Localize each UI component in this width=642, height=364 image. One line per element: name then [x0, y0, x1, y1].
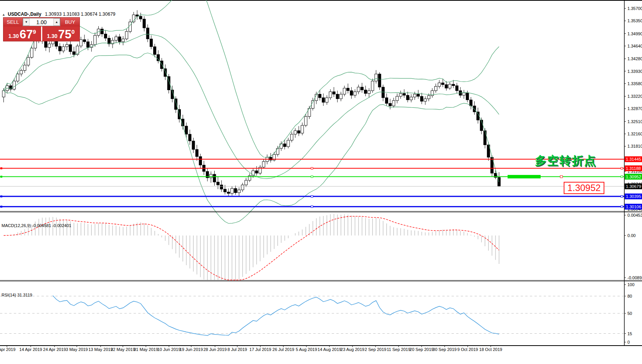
- volume-decrease-button[interactable]: ▼: [23, 18, 30, 26]
- svg-text:1.33220: 1.33220: [627, 94, 642, 99]
- svg-text:80: 80: [627, 294, 632, 298]
- svg-text:19 Jun 2019: 19 Jun 2019: [180, 347, 203, 352]
- sell-button[interactable]: SELL: [3, 18, 22, 26]
- svg-text:1.31810: 1.31810: [627, 144, 642, 148]
- svg-text:1.34280: 1.34280: [627, 56, 642, 61]
- rsi-indicator-label: RSI(14) 31.3119: [2, 293, 32, 297]
- volume-stepper: ▼ 1.00 ▲: [23, 18, 60, 26]
- sell-price[interactable]: 1.30679: [3, 26, 41, 41]
- svg-text:15: 15: [627, 331, 632, 336]
- svg-text:30 Sep 2019: 30 Sep 2019: [433, 347, 457, 352]
- svg-text:9 Oct 2019: 9 Oct 2019: [457, 347, 478, 352]
- svg-text:1.34990: 1.34990: [627, 31, 642, 36]
- svg-text:20 Sep 2019: 20 Sep 2019: [410, 347, 434, 352]
- svg-text:3 May 2019: 3 May 2019: [66, 347, 88, 352]
- svg-text:-0.008928: -0.008928: [627, 275, 642, 280]
- volume-increase-button[interactable]: ▲: [53, 18, 60, 26]
- svg-text:8 Jul 2019: 8 Jul 2019: [228, 347, 247, 352]
- collapse-triangle-icon[interactable]: ▲: [2, 13, 5, 16]
- svg-text:22 May 2019: 22 May 2019: [111, 347, 135, 352]
- svg-text:14 Apr 2019: 14 Apr 2019: [19, 347, 42, 352]
- svg-text:31 May 2019: 31 May 2019: [134, 347, 158, 352]
- mt4-window: 新订单 自动交易 ▼ ▼ ▼ | — / E F A T ▼: [0, 0, 642, 364]
- svg-text:14 Aug 2019: 14 Aug 2019: [318, 347, 341, 352]
- buy-button[interactable]: BUY: [61, 18, 79, 26]
- svg-text:0: 0: [627, 340, 630, 344]
- symbol-period-label: USDCAD-,Daily: [8, 12, 41, 17]
- chart-canvas[interactable]: 1.357001.353501.349901.346401.342801.339…: [0, 0, 642, 354]
- price-label-box[interactable]: 1.30952: [564, 182, 604, 194]
- svg-text:11 Sep 2019: 11 Sep 2019: [387, 347, 410, 352]
- svg-text:50: 50: [627, 311, 632, 316]
- svg-text:1.32510: 1.32510: [627, 119, 642, 124]
- volume-value[interactable]: 1.00: [30, 18, 53, 26]
- svg-text:1.32870: 1.32870: [627, 106, 642, 111]
- svg-text:1.33930: 1.33930: [627, 69, 642, 74]
- svg-text:1.32160: 1.32160: [627, 132, 642, 136]
- ohlc-values: 1.30933 1.31083 1.30674 1.30679: [45, 12, 116, 17]
- svg-text:1.30395: 1.30395: [626, 194, 641, 199]
- macd-indicator-label: MACD(12,26,9) -0.004581 -0.002401: [2, 223, 71, 228]
- svg-text:28 Jun 2019: 28 Jun 2019: [204, 347, 227, 352]
- svg-text:1.35700: 1.35700: [627, 6, 642, 11]
- svg-text:24 Apr 2019: 24 Apr 2019: [43, 347, 66, 352]
- svg-text:2 Sep 2019: 2 Sep 2019: [365, 347, 386, 352]
- svg-text:13 May 2019: 13 May 2019: [88, 347, 113, 352]
- buy-price[interactable]: 1.30750: [42, 26, 80, 41]
- one-click-trading-panel: SELL ▼ 1.00 ▲ BUY 1.30679 1.30750: [3, 17, 80, 41]
- svg-text:23 Aug 2019: 23 Aug 2019: [341, 347, 364, 352]
- svg-text:0.00: 0.00: [627, 233, 635, 238]
- svg-text:5 Aug 2019: 5 Aug 2019: [296, 347, 317, 352]
- svg-text:26 Jul 2019: 26 Jul 2019: [273, 347, 295, 352]
- chart-title: ▲ USDCAD-,Daily 1.30933 1.31083 1.30674 …: [2, 12, 115, 17]
- svg-text:1.31445: 1.31445: [626, 157, 641, 161]
- svg-text:1.31188: 1.31188: [626, 166, 641, 171]
- svg-text:1.30106: 1.30106: [626, 204, 641, 209]
- svg-text:10 Jun 2019: 10 Jun 2019: [157, 347, 181, 352]
- svg-text:Apr 2019: Apr 2019: [0, 347, 15, 352]
- svg-text:1.34640: 1.34640: [627, 44, 642, 48]
- svg-text:18 Oct 2019: 18 Oct 2019: [479, 347, 502, 352]
- svg-text:1.30952: 1.30952: [626, 175, 641, 179]
- chart-annotation-text[interactable]: 多空转折点: [535, 153, 596, 169]
- svg-text:1.33580: 1.33580: [627, 81, 642, 86]
- svg-text:1.30679: 1.30679: [626, 184, 641, 189]
- svg-text:17 Jul 2019: 17 Jul 2019: [250, 347, 271, 352]
- svg-text:1.35350: 1.35350: [627, 18, 642, 23]
- svg-text:0.004533: 0.004533: [627, 213, 642, 217]
- svg-text:100: 100: [627, 282, 634, 287]
